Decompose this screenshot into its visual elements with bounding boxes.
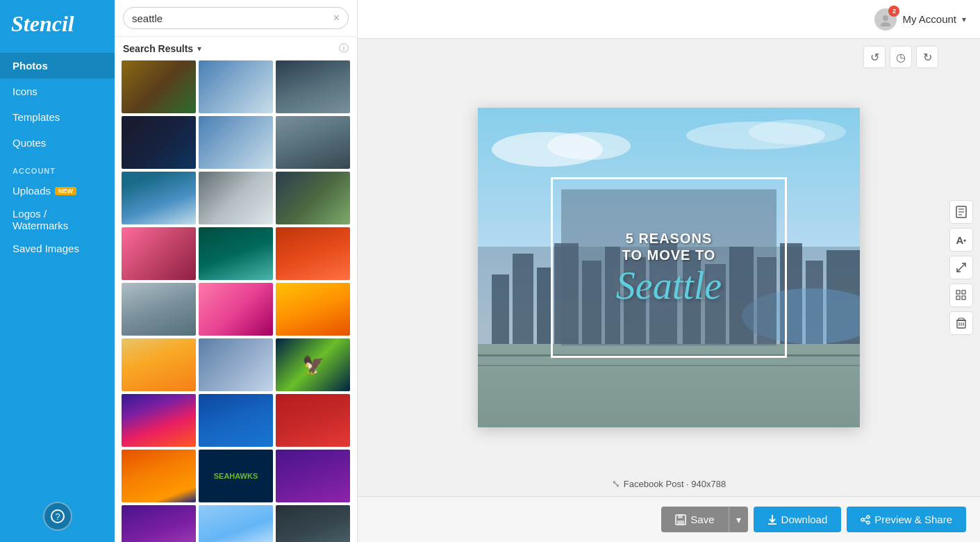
photo-thumb[interactable] [199, 283, 273, 336]
right-toolbar: A ▾ [949, 200, 973, 335]
photo-row [122, 505, 350, 542]
photo-row [122, 394, 350, 447]
svg-point-51 [867, 521, 870, 524]
nav-menu: Photos Icons Templates Quotes [0, 53, 115, 156]
results-help-icon[interactable]: ⓘ [339, 42, 349, 55]
results-title: Search Results [123, 43, 193, 54]
svg-text:?: ? [55, 511, 60, 522]
photo-thumb[interactable] [122, 450, 196, 502]
grid-button[interactable] [949, 284, 973, 307]
sidebar-item-logos[interactable]: Logos / Watermarks [13, 202, 102, 237]
photo-thumb[interactable] [199, 116, 273, 169]
photo-thumb[interactable]: SEAHAWKS [199, 450, 273, 502]
text-style-button[interactable]: A ▾ [949, 228, 973, 252]
dimension-label: ⤡ Facebook Post · 940x788 [612, 478, 726, 489]
avatar: 2 [874, 8, 897, 31]
logo-area: Stencil [0, 0, 115, 46]
results-dropdown-icon[interactable]: ▾ [197, 44, 201, 54]
svg-point-50 [861, 518, 864, 521]
account-section: ACCOUNT Uploads NEW Logos / Watermarks S… [0, 156, 115, 263]
canvas-text-overlay: 5 REASONS TO MOVE TO Seattle [558, 230, 780, 305]
help-button[interactable]: ? [43, 502, 72, 531]
resize-button[interactable] [949, 256, 973, 279]
sidebar-item-photos[interactable]: Photos [0, 53, 115, 79]
sidebar-item-uploads[interactable]: Uploads NEW [13, 179, 102, 202]
sidebar-item-quotes[interactable]: Quotes [0, 130, 115, 156]
canvas-heading: 5 REASONS TO MOVE TO [558, 230, 780, 263]
top-header: 2 My Account ▾ [358, 0, 980, 39]
photo-row [122, 172, 350, 224]
search-clear-icon[interactable]: × [333, 12, 340, 24]
photo-thumb[interactable] [276, 394, 350, 447]
photo-thumb[interactable] [122, 227, 196, 280]
delete-button[interactable] [949, 311, 973, 335]
svg-rect-35 [962, 290, 965, 294]
photo-thumb[interactable] [199, 338, 273, 391]
account-name: My Account [902, 13, 956, 25]
history-button[interactable]: ◷ [890, 46, 912, 68]
search-input-wrap: × [123, 7, 349, 29]
sidebar-item-saved[interactable]: Saved Images [13, 237, 102, 260]
photo-thumb[interactable] [276, 227, 350, 280]
photo-thumb[interactable] [122, 116, 196, 169]
svg-rect-36 [956, 296, 960, 299]
photo-thumb[interactable] [122, 338, 196, 391]
photo-thumb[interactable] [199, 505, 273, 542]
dimension-text: Facebook Post · 940x788 [624, 479, 726, 489]
svg-rect-34 [956, 290, 960, 294]
main-area: 2 My Account ▾ ↺ ◷ ↻ [358, 0, 980, 542]
undo-button[interactable]: ↺ [863, 46, 886, 68]
photo-thumb[interactable]: 🦅 [276, 338, 350, 391]
save-button-group: Save ▾ [661, 507, 747, 532]
account-button[interactable]: 2 My Account ▾ [874, 8, 966, 31]
download-button[interactable]: Download [754, 507, 842, 532]
photo-row: SEAHAWKS [122, 450, 350, 502]
save-button[interactable]: Save [661, 507, 728, 532]
svg-line-52 [864, 518, 867, 519]
bottom-bar: Save ▾ Download Preview & Share [358, 496, 980, 542]
photo-thumb[interactable] [276, 60, 350, 113]
photo-thumb[interactable] [276, 172, 350, 224]
save-dropdown-button[interactable]: ▾ [729, 507, 748, 532]
photo-row [122, 60, 350, 113]
search-panel: × Search Results ▾ ⓘ [115, 0, 358, 542]
new-badge: NEW [55, 187, 76, 195]
photo-thumb[interactable] [122, 283, 196, 336]
photo-thumb[interactable] [122, 394, 196, 447]
page-layout-button[interactable] [949, 200, 973, 224]
expand-icon: ⤡ [612, 478, 620, 489]
canvas-image[interactable]: 5 REASONS TO MOVE TO Seattle [478, 108, 860, 427]
notification-badge: 2 [888, 6, 899, 17]
search-input[interactable] [132, 13, 333, 24]
photo-row [122, 227, 350, 280]
svg-rect-46 [677, 520, 684, 524]
photo-row: 🦅 [122, 338, 350, 391]
photo-row [122, 116, 350, 169]
photo-row [122, 283, 350, 336]
sidebar-item-templates[interactable]: Templates [0, 104, 115, 130]
photo-thumb[interactable] [122, 60, 196, 113]
svg-line-53 [864, 520, 867, 522]
sidebar: Stencil Photos Icons Templates Quotes AC… [0, 0, 115, 542]
photo-thumb[interactable] [122, 172, 196, 224]
svg-rect-37 [962, 296, 965, 299]
redo-button[interactable]: ↻ [916, 46, 938, 68]
photo-thumb[interactable] [276, 505, 350, 542]
photo-thumb[interactable] [122, 505, 196, 542]
svg-point-3 [881, 22, 890, 26]
photo-thumb[interactable] [276, 116, 350, 169]
account-chevron-icon: ▾ [962, 15, 966, 24]
photo-thumb[interactable] [199, 394, 273, 447]
logo-text: Stencil [11, 13, 103, 35]
photo-thumb[interactable] [199, 172, 273, 224]
canvas-city-name: Seattle [558, 266, 780, 305]
preview-share-button[interactable]: Preview & Share [847, 507, 966, 532]
photo-thumb[interactable] [199, 227, 273, 280]
photo-thumb[interactable] [199, 60, 273, 113]
account-section-label: ACCOUNT [13, 167, 102, 175]
photo-thumb[interactable] [276, 450, 350, 502]
photo-grid: 🦅 SEAHAWKS [115, 60, 357, 542]
sidebar-item-icons[interactable]: Icons [0, 79, 115, 104]
photo-thumb[interactable] [276, 283, 350, 336]
search-bar: × [115, 0, 357, 37]
